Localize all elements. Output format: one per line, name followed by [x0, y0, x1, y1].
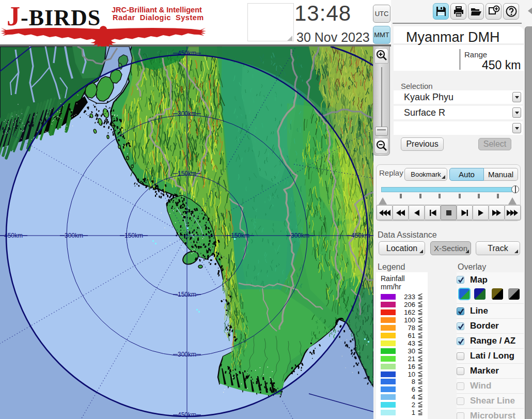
svg-text:450km: 450km [178, 50, 196, 57]
svg-text:150km: 150km [178, 170, 196, 177]
svg-text:450km: 450km [351, 232, 370, 239]
svg-text:300km: 300km [178, 351, 196, 358]
svg-text:150km: 150km [124, 232, 143, 239]
svg-text:300km: 300km [65, 232, 83, 239]
svg-text:300km: 300km [178, 110, 196, 117]
svg-text:450km: 450km [4, 232, 23, 239]
svg-text:450km: 450km [178, 411, 196, 418]
svg-text:150km: 150km [231, 232, 249, 239]
svg-text:150km: 150km [178, 291, 196, 298]
svg-text:300km: 300km [291, 232, 309, 239]
